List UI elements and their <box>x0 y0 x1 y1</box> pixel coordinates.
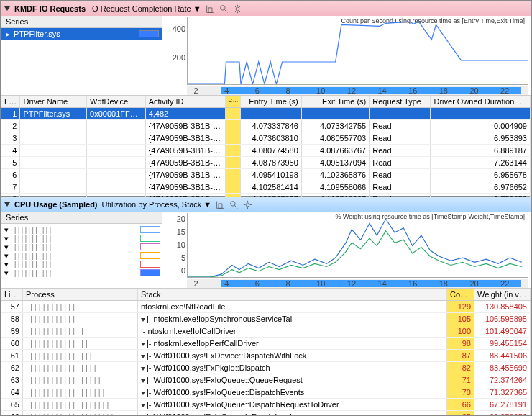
cpu-row[interactable]: 62| | | | | | | | | | | | | | | | | |- W… <box>1 362 531 374</box>
search-icon[interactable] <box>219 4 229 14</box>
tree-guide: | <box>22 243 24 251</box>
chevron-down-icon[interactable]: ▾ <box>3 270 9 276</box>
io-row[interactable]: 3{47A9059B-3B1B-00...4.0736038104.080557… <box>1 132 531 145</box>
gear-icon[interactable] <box>243 200 252 209</box>
col-process[interactable]: Process <box>23 289 138 300</box>
cpu-chart-area: Series ▾||||||||||||▾||||||||||||▾||||||… <box>1 212 531 288</box>
zoom-icon[interactable] <box>216 200 225 209</box>
io-row[interactable]: 7{47A9059B-3B1B-00...4.1025814144.109558… <box>1 181 531 194</box>
cpu-grid-header[interactable]: Line # Process Stack Count Sum Weight (i… <box>1 288 531 301</box>
cpu-row[interactable]: 61| | | | | | | | | | | | | | | | |- Wdf… <box>1 350 531 362</box>
col-count[interactable]: Count Sum <box>447 289 474 300</box>
io-row[interactable]: 8{47A9059B-3B1B-00...4.1097673574.116518… <box>1 194 531 197</box>
tree-guide: | <box>49 243 51 251</box>
stack-cell: |- Wdf01000.sys!FxIoQueueIoRead::Invoke <box>138 411 447 416</box>
expand-icon[interactable] <box>141 343 145 346</box>
cpu-x-axis: 2 4 6 8 10 12 14 16 18 20 22 <box>187 279 528 289</box>
tree-guide: | <box>46 268 48 277</box>
cpu-row[interactable]: 60| | | | | | | | | | | | | | | |- ntosk… <box>1 338 531 350</box>
cpu-row[interactable]: 63| | | | | | | | | | | | | | | | | | |-… <box>1 374 531 386</box>
legend-row[interactable]: ▾|||||||||||| <box>3 268 160 277</box>
collapse-icon[interactable] <box>4 202 10 207</box>
expand-icon[interactable] <box>141 367 145 371</box>
tree-guide: | <box>49 251 51 260</box>
chevron-down-icon[interactable]: ▾ <box>3 235 9 242</box>
svg-point-0 <box>220 5 225 10</box>
legend-swatch <box>140 243 160 250</box>
col-driver[interactable]: Driver Name <box>20 96 87 107</box>
tree-guide: | <box>11 234 13 243</box>
kmdf-subtitle[interactable]: IO Request Completion Rate ▼ <box>90 4 201 13</box>
legend-swatch <box>140 226 160 233</box>
legend-row[interactable]: ▾|||||||||||| <box>3 251 160 260</box>
collapse-icon[interactable] <box>4 6 10 11</box>
legend-row[interactable]: ▾|||||||||||| <box>3 243 160 251</box>
col-reqtype[interactable]: Request Type <box>370 96 431 107</box>
svg-point-3 <box>246 203 249 207</box>
expand-icon[interactable] <box>141 379 145 383</box>
kmdf-header[interactable]: KMDF IO Requests IO Request Completion R… <box>1 1 531 16</box>
tree-guide: | <box>22 268 24 277</box>
chevron-down-icon[interactable]: ▾ <box>3 227 9 233</box>
expand-icon[interactable] <box>141 318 145 322</box>
series-expand-icon[interactable]: ▸ <box>4 31 11 37</box>
legend-row[interactable]: ▾|||||||||||| <box>3 225 160 234</box>
cpu-row[interactable]: 58| | | | | | | | | | | | | |- ntoskrnl.… <box>1 313 531 325</box>
col-wdfdevice[interactable]: WdfDevice <box>87 96 146 107</box>
tree-guide: | <box>46 225 48 234</box>
tree-guide: | <box>46 243 48 251</box>
cpu-header[interactable]: CPU Usage (Sampled) Utilization by Proce… <box>1 197 531 212</box>
io-row[interactable]: 1PTPFilter.sys0x00001FFE167...4,482 <box>1 108 531 120</box>
zoom-icon[interactable] <box>206 4 215 14</box>
cpu-row[interactable]: 65| | | | | | | | | | | | | | | | | | | … <box>1 399 531 411</box>
io-row[interactable]: 2{47A9059B-3B1B-00...4.0733378464.073342… <box>1 120 531 132</box>
tree-guide: | <box>11 243 13 251</box>
legend-row[interactable]: ▾|||||||||||| <box>3 260 160 268</box>
search-icon[interactable] <box>229 200 239 209</box>
cpu-row[interactable]: 57| | | | | | | | | | | | | ntoskrnl.exe… <box>1 301 531 313</box>
series-name: PTPFilter.sys <box>14 30 60 38</box>
cpu-subtitle[interactable]: Utilization by Process, Stack ▼ <box>102 200 212 209</box>
col-entry[interactable]: Entry Time (s) <box>241 96 302 107</box>
tree-guide: | <box>11 268 13 277</box>
col-activity[interactable]: Activity ID <box>146 96 226 107</box>
cpu-row[interactable]: 59| | | | | | | | | | | | | | |- ntoskrn… <box>1 325 531 338</box>
tree-guide: | <box>24 260 27 268</box>
col-duration[interactable]: Driver Owned Duration (ms) <box>431 96 531 107</box>
legend-row[interactable]: ▾|||||||||||| <box>3 234 160 243</box>
col-count[interactable]: Count <box>226 96 241 107</box>
stack-cell: |- Wdf01000.sys!FxIoQueue::QueueRequest <box>138 374 447 386</box>
cpu-row[interactable]: 64| | | | | | | | | | | | | | | | | | | … <box>1 386 531 399</box>
col-stack[interactable]: Stack <box>138 289 447 300</box>
io-row[interactable]: 6{47A9059B-3B1B-00...4.0954101984.102365… <box>1 169 531 181</box>
cpu-plot[interactable] <box>187 213 528 278</box>
col-line[interactable]: Line # <box>1 96 20 107</box>
kmdf-title: KMDF IO Requests <box>14 4 86 13</box>
chevron-down-icon[interactable]: ▾ <box>3 244 9 250</box>
series-row-ptpfilter[interactable]: ▸ PTPFilter.sys <box>1 28 162 40</box>
tree-guide: | <box>49 234 51 243</box>
io-series-panel: Series ▸ PTPFilter.sys <box>1 16 162 95</box>
io-row[interactable]: 4{47A9059B-3B1B-00...4.0807745804.087663… <box>1 145 531 157</box>
col-weight[interactable]: Weight (in view) (... <box>474 289 531 300</box>
io-row[interactable]: 5{47A9059B-3B1B-00...4.0878739504.095137… <box>1 157 531 169</box>
expand-icon[interactable] <box>141 392 145 395</box>
gear-icon[interactable] <box>233 4 242 14</box>
chevron-down-icon[interactable]: ▾ <box>3 253 9 259</box>
io-plot[interactable] <box>187 17 528 85</box>
cpu-y-axis: 20 15 10 5 0 <box>165 212 187 278</box>
cpu-grid: Line # Process Stack Count Sum Weight (i… <box>1 288 531 416</box>
io-grid-header[interactable]: Line # Driver Name WdfDevice Activity ID… <box>1 95 531 108</box>
chevron-down-icon[interactable]: ▾ <box>3 261 9 268</box>
tree-guide: | <box>32 268 34 277</box>
tree-guide: | <box>32 225 34 234</box>
tree-guide: | <box>22 225 24 234</box>
expand-icon[interactable] <box>141 404 145 407</box>
legend-swatch <box>140 252 160 259</box>
expand-icon[interactable] <box>141 355 145 358</box>
col-exit[interactable]: Exit Time (s) <box>302 96 370 107</box>
cpu-grid-body[interactable]: 57| | | | | | | | | | | | | ntoskrnl.exe… <box>1 301 531 416</box>
io-grid-body[interactable]: 1PTPFilter.sys0x00001FFE167...4,4822{47A… <box>1 108 531 197</box>
col-line[interactable]: Line # <box>1 289 23 300</box>
cpu-row[interactable]: 66| | | | | | | | | | | | | | | | | | | … <box>1 411 531 416</box>
